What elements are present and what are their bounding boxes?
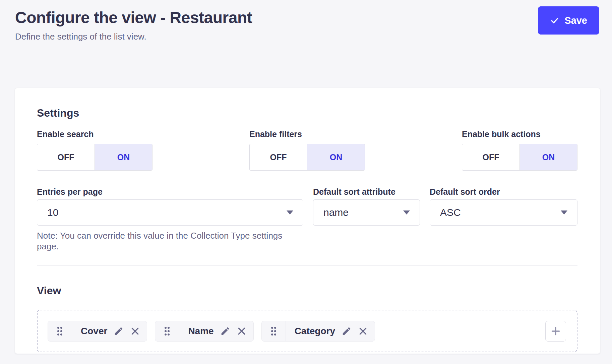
close-icon — [358, 326, 368, 336]
drag-handle[interactable] — [48, 321, 72, 341]
field-label: Default sort attribute — [313, 187, 420, 197]
sort-attribute-select[interactable]: name — [313, 199, 420, 226]
save-button-label: Save — [564, 15, 587, 26]
edit-field-button[interactable] — [220, 326, 230, 336]
toggle-off-button[interactable]: OFF — [250, 144, 307, 170]
add-field-button[interactable] — [545, 321, 566, 342]
toggle-field-bulk-actions: Enable bulk actions OFF ON — [462, 129, 577, 171]
save-button[interactable]: Save — [538, 6, 599, 35]
settings-card: Settings Enable search OFF ON Enable fil… — [15, 88, 600, 354]
toggle-on-button[interactable]: ON — [307, 144, 365, 170]
field-label: Enable bulk actions — [462, 129, 577, 139]
remove-field-button[interactable] — [237, 326, 247, 336]
edit-field-button[interactable] — [342, 326, 352, 336]
toggle-off-button[interactable]: OFF — [462, 144, 519, 170]
field-label: Enable filters — [249, 129, 365, 139]
plus-icon — [550, 325, 561, 337]
page-title: Configure the view - Restaurant — [15, 8, 599, 27]
field-chip-name: Name — [155, 321, 253, 342]
field-default-sort-order: Default sort order ASC — [430, 187, 577, 226]
edit-field-button[interactable] — [114, 326, 124, 336]
pencil-icon — [342, 326, 352, 336]
remove-field-button[interactable] — [358, 326, 368, 336]
toggle-group-bulk-actions: OFF ON — [462, 144, 577, 171]
check-icon — [550, 16, 559, 25]
toggle-field-filters: Enable filters OFF ON — [249, 129, 365, 171]
section-divider — [37, 265, 577, 266]
chip-body: Name — [179, 321, 253, 341]
drag-handle-icon — [164, 326, 171, 337]
select-value: ASC — [440, 207, 461, 218]
field-label: Entries per page — [37, 187, 303, 197]
close-icon — [237, 326, 247, 336]
field-chips: Cover — [48, 321, 375, 342]
chevron-down-icon — [287, 210, 293, 215]
toggles-row: Enable search OFF ON Enable filters OFF … — [37, 129, 577, 171]
field-chip-category: Category — [261, 321, 375, 342]
remove-field-button[interactable] — [130, 326, 140, 336]
page-subtitle: Define the settings of the list view. — [15, 32, 599, 42]
sort-order-select[interactable]: ASC — [430, 199, 577, 226]
toggle-field-search: Enable search OFF ON — [37, 129, 152, 171]
chip-body: Category — [286, 321, 375, 341]
close-icon — [130, 326, 140, 336]
chip-label: Category — [295, 326, 335, 337]
toggle-group-search: OFF ON — [37, 144, 152, 171]
chevron-down-icon — [403, 210, 410, 215]
drag-handle-icon — [270, 326, 277, 337]
drag-handle[interactable] — [155, 321, 179, 341]
toggle-group-filters: OFF ON — [249, 144, 365, 171]
pencil-icon — [220, 326, 230, 336]
chip-body: Cover — [72, 321, 147, 341]
entries-per-page-select[interactable]: 10 — [37, 199, 303, 226]
page-header: Configure the view - Restaurant Define t… — [15, 8, 599, 42]
toggle-on-button[interactable]: ON — [95, 144, 152, 170]
field-label: Enable search — [37, 129, 152, 139]
view-fields-dropzone: Cover — [37, 310, 577, 352]
chevron-down-icon — [561, 210, 567, 215]
selects-row: Entries per page 10 Note: You can overri… — [37, 187, 577, 252]
field-label: Default sort order — [430, 187, 577, 197]
view-heading: View — [37, 284, 577, 297]
field-default-sort-attribute: Default sort attribute name — [313, 187, 420, 226]
drag-handle-icon — [56, 326, 63, 337]
field-note: Note: You can override this value in the… — [37, 230, 303, 252]
field-entries-per-page: Entries per page 10 Note: You can overri… — [37, 187, 303, 252]
chip-label: Name — [188, 326, 213, 337]
toggle-on-button[interactable]: ON — [519, 144, 577, 170]
select-value: name — [323, 207, 349, 218]
drag-handle[interactable] — [262, 321, 286, 341]
settings-heading: Settings — [37, 107, 577, 119]
chip-label: Cover — [81, 326, 107, 337]
select-value: 10 — [47, 207, 58, 218]
pencil-icon — [114, 326, 124, 336]
field-chip-cover: Cover — [48, 321, 147, 342]
toggle-off-button[interactable]: OFF — [37, 144, 95, 170]
